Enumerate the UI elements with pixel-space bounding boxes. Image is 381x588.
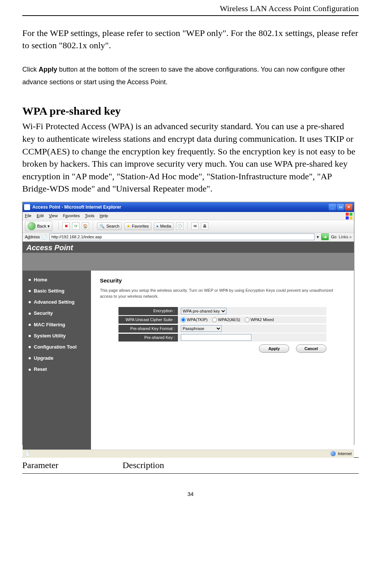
search-button[interactable]: 🔍 Search <box>97 222 122 230</box>
address-label: Address <box>25 234 40 240</box>
internet-zone-icon <box>330 451 336 456</box>
menu-edit[interactable]: Edit <box>37 213 44 219</box>
bullet-icon <box>29 279 31 281</box>
links-label[interactable]: Links » <box>339 234 352 240</box>
sidebar-item-configuration-tool[interactable]: Configuration Tool <box>23 342 91 353</box>
page-number: 34 <box>22 490 359 498</box>
radio-aes[interactable] <box>212 317 217 322</box>
cipher-option-aes[interactable]: WPA2(AES) <box>212 317 240 323</box>
mail-button[interactable]: ✉ <box>191 222 199 230</box>
content-heading: Security <box>100 277 345 284</box>
form-row-key-format: Pre-shared Key Format : Passphrase <box>118 324 326 333</box>
home-button[interactable]: 🏠 <box>82 222 89 230</box>
stop-button[interactable]: ✖ <box>62 222 70 230</box>
ap-banner: Access Point <box>23 242 354 253</box>
section-body: Wi-Fi Protected Access (WPA) is an advan… <box>22 120 359 195</box>
sidebar-item-label: Security <box>34 310 53 317</box>
search-label: Search <box>106 223 119 229</box>
menu-tools[interactable]: Tools <box>85 213 95 219</box>
menubar: FFileile Edit View Favorites Tools Help <box>23 212 354 220</box>
go-label: Go <box>331 234 336 240</box>
maximize-button[interactable]: ▭ <box>337 204 344 210</box>
encryption-select[interactable]: WPA pre-shared key <box>181 308 227 314</box>
close-button[interactable]: ✕ <box>345 204 352 210</box>
sidebar-item-label: Upgrade <box>34 355 53 362</box>
titlebar: Access Point - Microsoft Internet Explor… <box>23 202 354 212</box>
bullet-icon <box>29 369 31 371</box>
key-format-select[interactable]: Passphrase <box>181 325 222 332</box>
favorites-button[interactable]: ★ Favorites <box>124 222 151 230</box>
sidebar-item-advanced-setting[interactable]: Advanced Setting <box>23 297 91 308</box>
radio-mixed[interactable] <box>245 317 250 322</box>
cancel-button[interactable]: Cancel <box>296 344 326 353</box>
bullet-icon <box>29 357 31 359</box>
intro-paragraph: For the WEP settings, please refer to se… <box>22 27 359 52</box>
form-row-encryption: Encryption : WPA pre-shared key <box>118 307 326 315</box>
done-icon: 📄 <box>25 451 30 457</box>
section-heading: WPA pre-shared key <box>22 103 359 119</box>
star-icon: ★ <box>127 223 130 229</box>
bullet-icon <box>29 324 31 326</box>
menu-view[interactable]: View <box>49 213 58 219</box>
bullet-icon <box>29 313 31 315</box>
ie-window: Access Point - Microsoft Internet Explor… <box>22 202 354 445</box>
table-header-description: Description <box>123 459 164 472</box>
parameter-table: Parameter Description <box>22 457 359 474</box>
history-button[interactable]: 🕑 <box>176 222 183 230</box>
sidebar-item-label: Configuration Tool <box>34 344 76 350</box>
apply-button[interactable]: Apply <box>259 344 289 353</box>
sidebar-item-system-utility[interactable]: System Utility <box>23 330 91 342</box>
apply-note-bold: Apply <box>39 66 57 73</box>
search-icon: 🔍 <box>100 223 105 229</box>
cipher-option-mixed[interactable]: WPA2 Mixed <box>245 317 274 323</box>
favorites-label: Favorites <box>132 223 149 229</box>
go-button[interactable]: ➔ <box>321 233 329 240</box>
sidebar: Home Basic Setting Advanced Setting Secu… <box>23 271 91 450</box>
menu-help[interactable]: Help <box>100 213 108 219</box>
sidebar-item-upgrade[interactable]: Upgrade <box>23 353 91 364</box>
ie-icon <box>24 204 30 210</box>
address-dropdown-icon[interactable]: ▾ <box>317 234 319 240</box>
back-label: Back <box>37 223 46 229</box>
form-row-key: Pre-shared Key : <box>118 333 326 342</box>
cipher-label: WPA Unicast Cipher Suite : <box>118 316 178 324</box>
menu-favorites[interactable]: Favorites <box>63 213 79 219</box>
sidebar-item-mac-filtering[interactable]: MAC Filtering <box>23 319 91 330</box>
back-button[interactable]: Back ▾ <box>25 221 52 231</box>
sidebar-item-basic-setting[interactable]: Basic Setting <box>23 285 91 297</box>
radio-tkip[interactable] <box>181 317 186 322</box>
running-header: Wireless LAN Access Point Configuration <box>22 3 359 16</box>
key-input[interactable] <box>181 334 251 341</box>
encryption-label: Encryption : <box>118 307 178 315</box>
sidebar-item-home[interactable]: Home <box>23 274 91 285</box>
key-format-label: Pre-shared Key Format : <box>118 325 178 333</box>
bullet-icon <box>29 335 31 337</box>
sidebar-item-label: Reset <box>34 366 47 373</box>
media-icon: ● <box>156 223 159 229</box>
sidebar-item-security[interactable]: Security <box>23 308 91 319</box>
back-arrow-icon <box>27 222 36 230</box>
cipher-option-tkip[interactable]: WPA(TKIP) <box>181 317 208 323</box>
address-input[interactable] <box>49 233 315 240</box>
sidebar-item-label: Basic Setting <box>34 288 64 294</box>
addressbar: Address 📄 ▾ ➔ Go Links » <box>23 233 354 242</box>
apply-note-suffix: button at the bottom of the screen to sa… <box>22 66 345 86</box>
bullet-icon <box>29 290 31 292</box>
apply-note-prefix: Click <box>22 66 39 73</box>
bullet-icon <box>29 346 31 348</box>
statusbar: 📄 Internet <box>23 450 354 458</box>
sidebar-item-label: Home <box>34 277 47 283</box>
key-label: Pre-shared Key : <box>118 334 178 342</box>
sidebar-item-reset[interactable]: Reset <box>23 364 91 375</box>
minimize-button[interactable]: _ <box>329 204 336 210</box>
menu-file[interactable]: FFileile <box>25 213 32 219</box>
refresh-button[interactable]: ⟳ <box>72 222 79 230</box>
form-row-cipher: WPA Unicast Cipher Suite : WPA(TKIP) WPA… <box>118 316 326 324</box>
content-description: This page allows you setup the wireless … <box>100 287 345 300</box>
table-header-parameter: Parameter <box>22 459 123 472</box>
print-button[interactable]: 🖶 <box>201 222 208 230</box>
media-button[interactable]: ● Media <box>154 222 174 230</box>
cipher-option-label: WPA2(AES) <box>218 317 240 323</box>
window-title: Access Point - Microsoft Internet Explor… <box>32 204 121 210</box>
cipher-option-label: WPA2 Mixed <box>251 317 274 323</box>
